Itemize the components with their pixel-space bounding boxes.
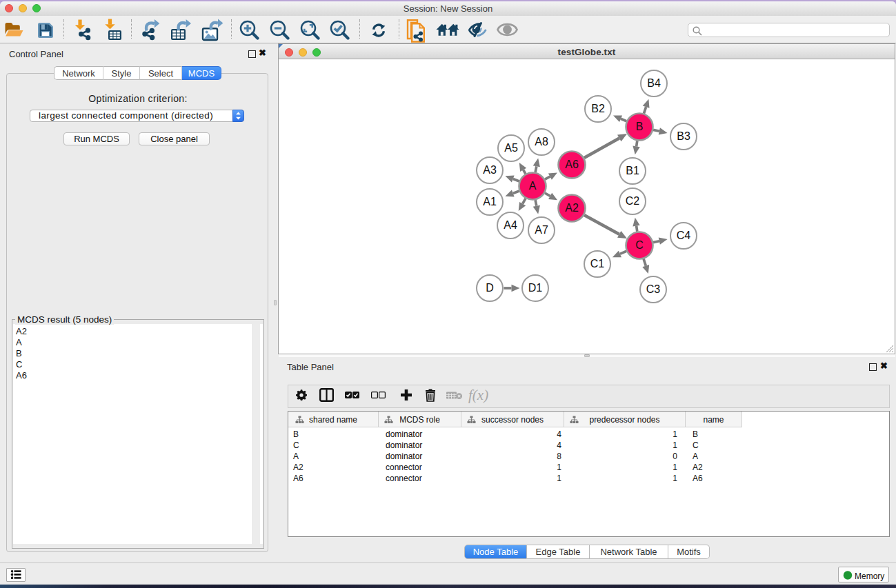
svg-text:A5: A5 <box>504 142 518 154</box>
svg-text:B3: B3 <box>677 130 690 142</box>
svg-text:A6: A6 <box>565 159 579 170</box>
svg-text:A8: A8 <box>535 136 548 148</box>
svg-text:A3: A3 <box>483 164 497 176</box>
svg-text:C2: C2 <box>626 195 640 207</box>
svg-text:C3: C3 <box>646 283 661 295</box>
svg-text:A1: A1 <box>483 196 497 207</box>
svg-text:C4: C4 <box>677 230 691 241</box>
svg-text:A7: A7 <box>535 224 548 236</box>
svg-text:D: D <box>486 282 494 294</box>
svg-text:A4: A4 <box>504 219 517 231</box>
svg-text:A2: A2 <box>565 202 579 214</box>
svg-text:B: B <box>636 121 644 132</box>
svg-text:B2: B2 <box>591 103 605 114</box>
svg-text:B4: B4 <box>647 77 661 89</box>
svg-text:B1: B1 <box>626 165 639 176</box>
svg-text:D1: D1 <box>528 282 543 294</box>
svg-text:C: C <box>635 239 644 251</box>
svg-text:C1: C1 <box>590 258 605 270</box>
svg-text:A: A <box>529 180 537 192</box>
